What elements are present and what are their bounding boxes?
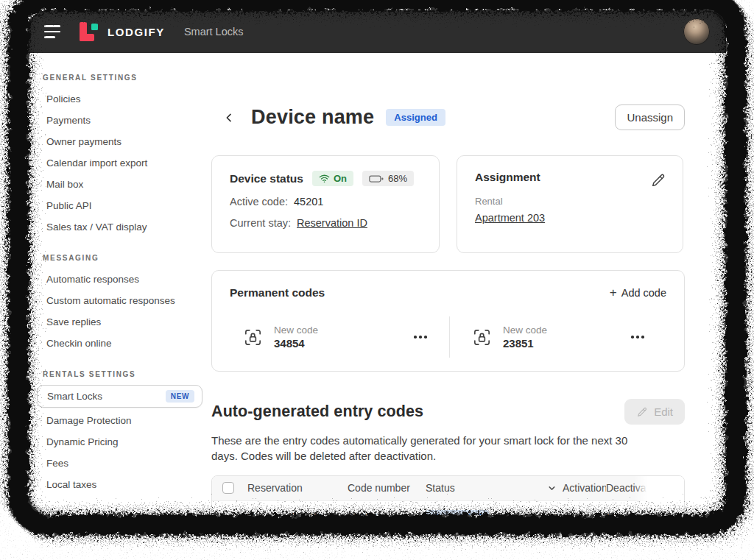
entry-codes-table: Reservation Code number Status Activatio… xyxy=(211,475,685,515)
rental-link[interactable]: Apartment 203 xyxy=(475,212,545,224)
wifi-status-badge: On xyxy=(312,171,353,186)
topbar-page-title: Smart Locks xyxy=(184,26,244,38)
col-status: Status xyxy=(426,482,547,494)
kebab-menu-icon[interactable] xyxy=(630,331,646,343)
auto-codes-description: These are the entry codes automatically … xyxy=(211,433,629,464)
pencil-icon xyxy=(636,406,648,418)
auto-codes-title: Auto-generated entry codes xyxy=(211,403,423,421)
sidebar-item-public-api[interactable]: Public API xyxy=(43,195,197,216)
code-label: New code xyxy=(503,325,547,336)
sidebar-item-damage-protection[interactable]: Damage Protection xyxy=(43,410,197,431)
sidebar-item-fees[interactable]: Fees xyxy=(43,453,197,474)
brand-name[interactable]: LODGIFY xyxy=(108,26,165,38)
sidebar-item-smart-locks[interactable]: Smart Locks NEW xyxy=(37,385,202,408)
active-code-label: Active code: xyxy=(230,196,288,208)
sidebar-item-dynamic-pricing[interactable]: Dynamic Pricing xyxy=(43,431,197,453)
sidebar-item-calendar-import-export[interactable]: Calendar import export xyxy=(43,152,197,174)
col-code-number: Code number xyxy=(348,482,426,494)
row-edit-pencil-icon[interactable] xyxy=(653,510,666,515)
edit-assignment-button[interactable] xyxy=(650,172,666,188)
sidebar-item-custom-automatic-responses[interactable]: Custom automatic responses xyxy=(43,290,197,311)
col-activation: Activation xyxy=(563,482,606,494)
sidebar-item-mail-box[interactable]: Mail box xyxy=(43,174,197,195)
page-header: Device name Assigned Unassign xyxy=(211,104,685,130)
scheduled-badge: Scheduled xyxy=(426,510,489,515)
assignment-card: Assignment Rental Apartment 203 xyxy=(457,155,683,253)
battery-icon xyxy=(369,174,384,183)
lock-in-frame-icon xyxy=(472,327,492,347)
sidebar-item-payments[interactable]: Payments xyxy=(43,110,197,131)
sidebar-item-sales-tax[interactable]: Sales tax / VAT display xyxy=(43,216,197,238)
row-checkbox[interactable] xyxy=(222,511,234,515)
sidebar-item-label: Smart Locks xyxy=(47,391,102,402)
sidebar-section-general-settings: GENERAL SETTINGS xyxy=(43,74,197,82)
lodgify-logo-icon[interactable] xyxy=(80,22,99,41)
cell-reservation: Reservation ID xyxy=(247,511,348,515)
sidebar-section-messaging: MESSAGING xyxy=(43,254,197,262)
plus-icon: + xyxy=(610,286,617,300)
wifi-icon xyxy=(319,174,330,183)
code-label: New code xyxy=(274,325,318,336)
cell-code-number: 10920 xyxy=(348,511,426,515)
avatar[interactable] xyxy=(683,18,710,45)
permanent-code-item: New code 34854 xyxy=(230,325,449,350)
page-title: Device name xyxy=(251,106,374,129)
cell-activation: 13… xyxy=(547,511,571,515)
code-value: 23851 xyxy=(503,337,547,350)
sidebar-item-owner-payments[interactable]: Owner payments xyxy=(43,131,197,152)
device-status-card: Device status On 68% Active code: xyxy=(211,155,440,253)
chevron-left-icon xyxy=(223,112,235,124)
assignment-title: Assignment xyxy=(475,171,665,184)
select-all-checkbox[interactable] xyxy=(222,482,234,494)
sort-chevron-down-icon[interactable] xyxy=(547,483,557,493)
code-value: 34854 xyxy=(274,337,318,350)
pencil-icon xyxy=(650,172,666,188)
rental-label: Rental xyxy=(475,196,665,207)
main-content: Device name Assigned Unassign Device sta… xyxy=(210,53,726,515)
battery-status-badge: 68% xyxy=(362,171,414,186)
device-status-title: Device status xyxy=(230,172,303,185)
add-code-button[interactable]: + Add code xyxy=(610,286,666,300)
topbar: LODGIFY Smart Locks xyxy=(28,10,726,53)
row-actions-column xyxy=(634,476,684,515)
sidebar-section-rentals-settings: RENTALS SETTINGS xyxy=(43,370,197,378)
permanent-codes-card: Permanent codes + Add code New code 3485… xyxy=(211,270,685,372)
sidebar: GENERAL SETTINGS Policies Payments Owner… xyxy=(28,53,210,515)
lock-in-frame-icon xyxy=(243,327,263,347)
sidebar-item-local-taxes[interactable]: Local taxes xyxy=(43,474,197,495)
col-reservation: Reservation xyxy=(247,482,348,494)
table-header: Reservation Code number Status Activatio… xyxy=(212,476,684,500)
sidebar-item-save-replies[interactable]: Save replies xyxy=(43,311,197,333)
sidebar-item-checkin-online[interactable]: Checkin online xyxy=(43,333,197,354)
back-button[interactable] xyxy=(222,110,236,125)
kebab-menu-icon[interactable] xyxy=(412,331,429,343)
app-window: LODGIFY Smart Locks GENERAL SETTINGS Pol… xyxy=(28,10,726,515)
new-badge: NEW xyxy=(166,390,194,403)
sidebar-item-policies[interactable]: Policies xyxy=(43,88,197,110)
edit-codes-button[interactable]: Edit xyxy=(624,399,685,425)
active-code-value: 45201 xyxy=(294,196,323,208)
table-row: Reservation ID 10920 Scheduled 13… 16… xyxy=(212,500,684,515)
unassign-button[interactable]: Unassign xyxy=(615,104,685,130)
permanent-codes-title: Permanent codes xyxy=(230,286,325,300)
current-stay-label: Current stay: xyxy=(230,217,291,229)
sidebar-item-automatic-responses[interactable]: Automatic responses xyxy=(43,269,197,290)
reservation-link[interactable]: Reservation ID xyxy=(297,217,367,229)
permanent-code-item: New code 23851 xyxy=(450,325,666,350)
menu-icon[interactable] xyxy=(44,25,62,38)
status-badge: Assigned xyxy=(386,109,445,126)
